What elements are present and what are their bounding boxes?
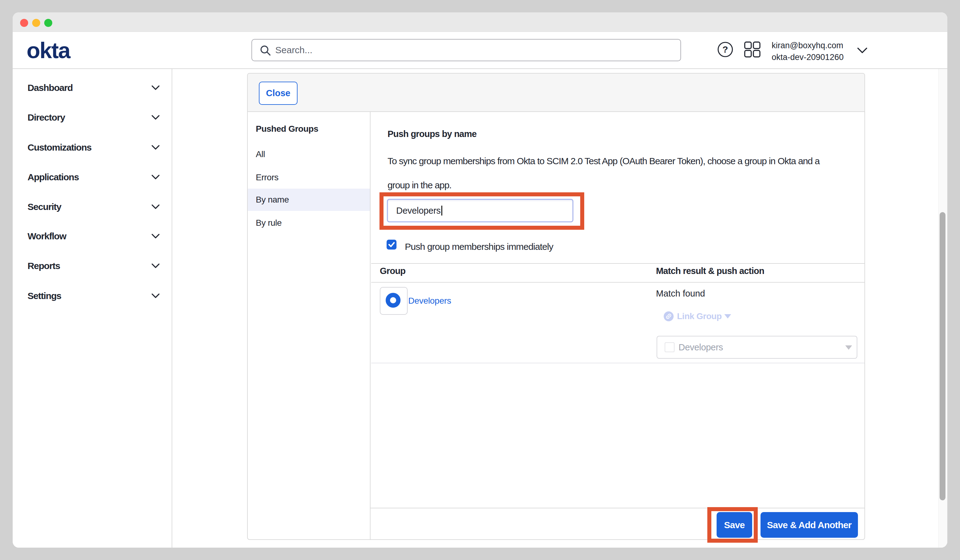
svg-text:?: ?	[722, 44, 728, 54]
